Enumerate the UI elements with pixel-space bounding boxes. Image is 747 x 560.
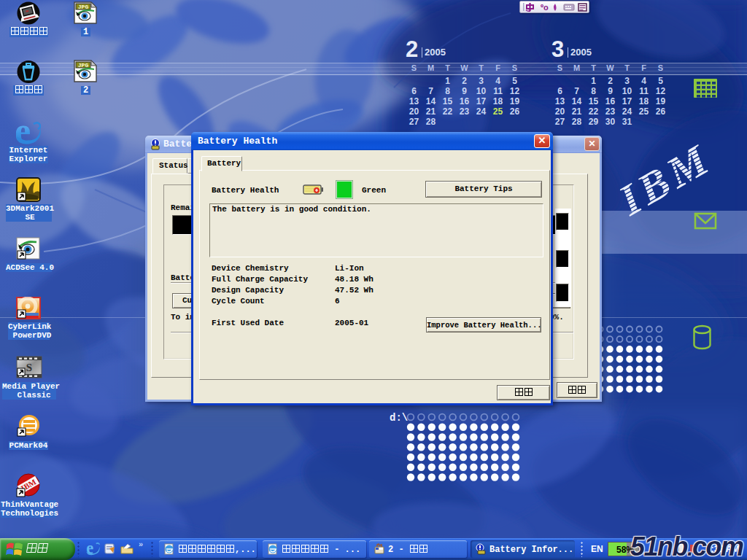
svg-text:d:\: d:\ [390,412,408,424]
svg-text:ºo: ºo [541,3,549,12]
svg-text:S: S [26,362,32,373]
svg-text:JPG: JPG [78,62,89,69]
svg-text:JPG: JPG [78,4,89,10]
